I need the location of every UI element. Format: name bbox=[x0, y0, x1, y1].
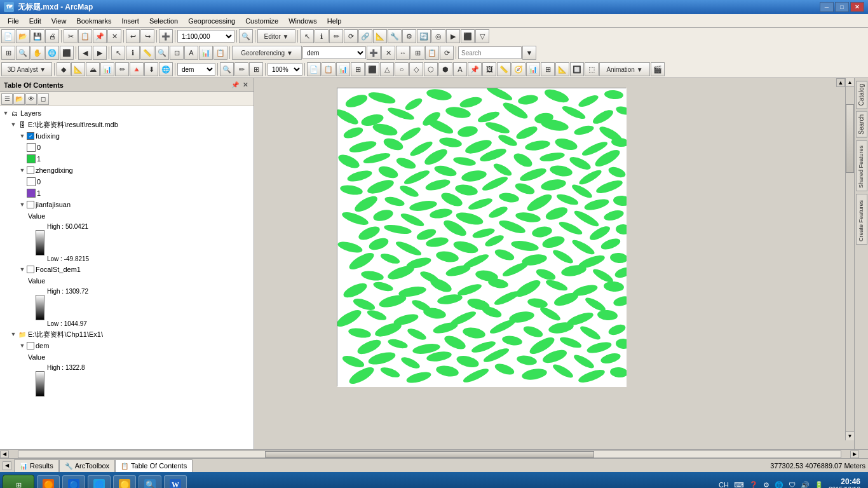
3d-tool8[interactable]: 🌐 bbox=[159, 62, 173, 76]
layout-btn15[interactable]: 🧭 bbox=[512, 62, 526, 76]
layout-btn4[interactable]: ⊞ bbox=[351, 62, 365, 76]
label-button[interactable]: A bbox=[184, 46, 198, 60]
3d-tool7[interactable]: ⬇ bbox=[144, 62, 158, 76]
taskbar-app-6[interactable]: W bbox=[164, 475, 187, 488]
layout-btn6[interactable]: △ bbox=[380, 62, 394, 76]
georef-add[interactable]: ➕ bbox=[367, 46, 381, 60]
scroll-left-btn[interactable]: ◀ bbox=[0, 451, 9, 458]
new-button[interactable]: 📄 bbox=[1, 29, 15, 43]
search-input[interactable] bbox=[458, 46, 522, 59]
scroll-up-btn[interactable]: ▲ bbox=[846, 78, 854, 87]
redo-button[interactable]: ↪ bbox=[140, 29, 154, 43]
tb-tool3[interactable]: ✏ bbox=[329, 29, 343, 43]
arctoolbox-tab[interactable]: 🔧 ArcToolbox bbox=[59, 459, 115, 472]
tb-tool1[interactable]: ↖ bbox=[300, 29, 314, 43]
scroll-up-button[interactable]: ▲ bbox=[836, 78, 845, 87]
tb-tool7[interactable]: 🔧 bbox=[388, 29, 402, 43]
scroll-right-btn[interactable]: ▶ bbox=[850, 451, 859, 458]
print-button[interactable]: 🖨 bbox=[45, 29, 59, 43]
back-button[interactable]: ◀ bbox=[78, 46, 92, 60]
start-button[interactable]: ⊞ bbox=[3, 475, 34, 488]
scale-select[interactable]: 1:100,000 bbox=[177, 30, 234, 43]
zhengdixing-expand[interactable]: ▼ bbox=[18, 166, 27, 175]
toc-list-btn[interactable]: ☰ bbox=[1, 93, 13, 105]
toc-select-btn[interactable]: ◻ bbox=[37, 93, 49, 105]
select-button[interactable]: ↖ bbox=[111, 46, 125, 60]
dem-layer[interactable]: ▼ dem bbox=[0, 340, 254, 351]
db1-expand[interactable]: ▼ bbox=[9, 120, 18, 129]
zoom-in-button[interactable]: 🔍 bbox=[239, 29, 253, 43]
graph-button[interactable]: 📊 bbox=[199, 46, 213, 60]
taskbar-app-3[interactable]: 🌀 bbox=[88, 475, 111, 488]
zhengdixing-checkbox[interactable] bbox=[27, 166, 34, 174]
menu-insert[interactable]: Insert bbox=[116, 16, 144, 26]
fudixing-expand[interactable]: ▼ bbox=[18, 132, 27, 140]
tb-tool9[interactable]: 🔄 bbox=[417, 29, 431, 43]
editor-button[interactable]: Editor ▼ bbox=[257, 29, 295, 43]
focalst-layer[interactable]: ▼ FocalSt_dem1 bbox=[0, 264, 254, 275]
3d-btn3[interactable]: ⊞ bbox=[249, 62, 263, 76]
tb-tool6[interactable]: 📐 bbox=[373, 29, 387, 43]
3d-analyst-btn[interactable]: 3D Analyst ▼ bbox=[1, 62, 52, 76]
jianfajisuan-layer[interactable]: ▼ jianfajisuan bbox=[0, 199, 254, 210]
add-data-button[interactable]: ➕ bbox=[159, 29, 173, 43]
zoom-full-button[interactable]: ⊞ bbox=[1, 46, 15, 60]
dem-layer-select[interactable]: dem bbox=[177, 63, 215, 76]
shared-features-tab[interactable]: Shared Features bbox=[856, 140, 867, 191]
globe-button[interactable]: 🌐 bbox=[45, 46, 59, 60]
results-tab[interactable]: 📊 Results bbox=[14, 459, 59, 472]
taskbar-app-4[interactable]: 🟡 bbox=[113, 475, 136, 488]
toc-source-btn[interactable]: 📂 bbox=[13, 93, 25, 105]
zoom-layer-button[interactable]: 🔍 bbox=[16, 46, 30, 60]
taskbar-app-1[interactable]: 🟠 bbox=[37, 475, 60, 488]
title-bar-controls[interactable]: ─ □ ✕ bbox=[820, 2, 864, 12]
catalog-tab[interactable]: Catalog bbox=[856, 81, 867, 109]
menu-edit[interactable]: Edit bbox=[24, 16, 46, 26]
tb-tool12[interactable]: ⬛ bbox=[461, 29, 475, 43]
layout-btn2[interactable]: 📋 bbox=[322, 62, 336, 76]
status-left-btn[interactable]: ◀ bbox=[3, 461, 11, 470]
map-area[interactable]: ▲ bbox=[254, 78, 854, 449]
animation-btn[interactable]: Animation ▼ bbox=[599, 62, 650, 76]
toc-vis-btn[interactable]: 👁 bbox=[25, 93, 37, 105]
jianfajisuan-checkbox[interactable] bbox=[27, 201, 34, 208]
layout-btn14[interactable]: 📏 bbox=[497, 62, 511, 76]
3d-btn1[interactable]: 🔍 bbox=[220, 62, 234, 76]
tb-tool5[interactable]: 🔗 bbox=[358, 29, 372, 43]
measure-button[interactable]: 📏 bbox=[140, 46, 154, 60]
copy-button[interactable]: 📋 bbox=[78, 29, 92, 43]
fwd-button[interactable]: ▶ bbox=[93, 46, 107, 60]
paste-button[interactable]: 📌 bbox=[93, 29, 107, 43]
attr-button[interactable]: ⊡ bbox=[170, 46, 184, 60]
tb-tool10[interactable]: ◎ bbox=[431, 29, 445, 43]
db2-expand[interactable]: ▼ bbox=[9, 330, 18, 339]
toc-header-icons[interactable]: 📌 ✕ bbox=[231, 81, 250, 90]
close-button[interactable]: ✕ bbox=[850, 2, 864, 12]
menu-customize[interactable]: Customize bbox=[240, 16, 283, 26]
3d-tool1[interactable]: ◆ bbox=[57, 62, 71, 76]
menu-bookmarks[interactable]: Bookmarks bbox=[71, 16, 116, 26]
layout-btn20[interactable]: ⬚ bbox=[585, 62, 599, 76]
search-tab[interactable]: Search bbox=[856, 111, 867, 138]
layout-btn19[interactable]: 🔲 bbox=[570, 62, 584, 76]
zoom-select[interactable]: 100% bbox=[268, 63, 302, 76]
tb-tool4[interactable]: ⟳ bbox=[344, 29, 358, 43]
layers-expand[interactable]: ▼ bbox=[1, 109, 10, 118]
layout-btn18[interactable]: 📐 bbox=[555, 62, 569, 76]
identify-button[interactable]: ℹ bbox=[126, 46, 140, 60]
layout-btn9[interactable]: ⬡ bbox=[424, 62, 438, 76]
taskbar-app-5[interactable]: 🔍 bbox=[139, 475, 161, 488]
dem-checkbox[interactable] bbox=[27, 342, 34, 349]
focalst-checkbox[interactable] bbox=[27, 266, 34, 273]
scroll-down-btn[interactable]: ▼ bbox=[846, 431, 854, 440]
3d-tool2[interactable]: 📐 bbox=[71, 62, 85, 76]
v-scrollbar[interactable]: ▲ ▼ bbox=[845, 78, 854, 440]
3d-btn2[interactable]: ✏ bbox=[234, 62, 248, 76]
delete-button[interactable]: ✕ bbox=[107, 29, 121, 43]
3d-tool4[interactable]: 📊 bbox=[100, 62, 114, 76]
toc-pin-button[interactable]: 📌 bbox=[231, 81, 240, 90]
fudixing-layer[interactable]: ▼ fudixing bbox=[0, 130, 254, 142]
georef-del[interactable]: ✕ bbox=[381, 46, 395, 60]
menu-selection[interactable]: Selection bbox=[144, 16, 183, 26]
layout-btn10[interactable]: ⬢ bbox=[438, 62, 452, 76]
